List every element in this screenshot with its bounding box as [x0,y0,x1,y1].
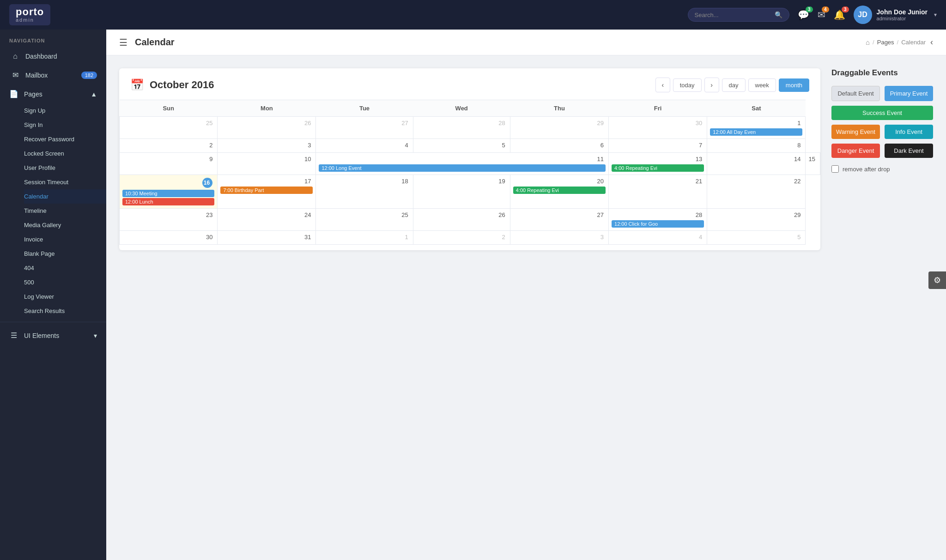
sidebar-item-search-results[interactable]: Search Results [24,304,106,318]
cal-cell[interactable]: 25 [316,209,413,231]
cal-cell[interactable]: 134:00 Repeating Evi [609,153,707,175]
hamburger-button[interactable]: ☰ [119,37,127,48]
sidebar-item-media-gallery[interactable]: Media Gallery [24,218,106,232]
search-input[interactable] [695,12,771,18]
cal-cell[interactable]: 10 [218,153,316,175]
cal-cell[interactable]: 18 [316,175,413,209]
cal-cell[interactable]: 112:00 All Day Even [707,117,806,139]
drag-event-warning[interactable]: Warning Event [831,125,880,139]
sidebar-item-dashboard[interactable]: ⌂ Dashboard [0,47,106,66]
cal-cell[interactable]: 1610:30 Meeting12:00 Lunch [120,175,218,209]
sidebar-item-blank-page[interactable]: Blank Page [24,247,106,261]
sidebar-item-log-viewer[interactable]: Log Viewer [24,289,106,304]
topnav: porto admin 🔍 💬 3 ✉ 4 🔔 3 JD John Doe Ju… [0,0,946,30]
cal-cell[interactable]: 21 [609,175,707,209]
sidebar-item-recover-password[interactable]: Recover Password [24,132,106,146]
search-box[interactable]: 🔍 [688,8,789,22]
cal-event[interactable]: 4:00 Repeating Evi [513,187,606,194]
cal-cell[interactable]: 1 [316,231,413,245]
cal-cell[interactable]: 4 [609,231,707,245]
cal-event[interactable]: 7:00 Birthday Part [220,187,313,194]
user-menu[interactable]: JD John Doe Junior administrator ▾ [854,6,937,24]
cal-cell[interactable]: 14 [707,153,806,175]
cal-cell[interactable]: 204:00 Repeating Evi [510,175,608,209]
cal-cell[interactable]: 31 [218,231,316,245]
cal-cell[interactable]: 8 [707,139,806,153]
remove-after-drop-checkbox[interactable] [831,165,839,173]
cal-event[interactable]: 10:30 Meeting [122,190,214,197]
drag-event-danger[interactable]: Danger Event [831,144,880,158]
sidebar-item-calendar[interactable]: Calendar [24,189,106,204]
sidebar-item-500[interactable]: 500 [24,275,106,289]
cal-cell[interactable]: 24 [218,209,316,231]
cal-cell[interactable]: 2 [120,139,218,153]
sidebar-item-user-profile[interactable]: User Profile [24,161,106,175]
alerts-icon-wrap[interactable]: 🔔 3 [834,9,845,20]
mail-sidebar-icon: ✉ [11,71,20,79]
cal-cell[interactable]: 1112:00 Long Event12:00 Long Event [316,153,609,175]
cal-event[interactable]: 12:00 Click for Goo [612,220,704,228]
mail-icon-wrap[interactable]: ✉ 4 [818,9,825,20]
cal-cell[interactable]: 29 [510,117,608,139]
cal-cell[interactable]: 15 [806,153,820,175]
drag-event-success[interactable]: Success Event [831,106,933,120]
cal-cell[interactable]: 29 [707,209,806,231]
breadcrumb-home-icon[interactable]: ⌂ [866,38,870,46]
search-icon: 🔍 [775,11,782,18]
cal-cell[interactable]: 22 [707,175,806,209]
sidebar-item-sign-in[interactable]: Sign In [24,118,106,132]
cal-cell[interactable]: 7 [609,139,707,153]
breadcrumb-pages-link[interactable]: Pages [877,39,894,46]
cal-cell[interactable]: 23 [120,209,218,231]
cal-event[interactable]: 4:00 Repeating Evi [612,164,704,172]
cal-event[interactable]: 12:00 All Day Even [710,128,802,136]
day-view-button[interactable]: day [722,78,746,92]
settings-fab[interactable]: ⚙ [928,271,946,289]
sidebar-item-sign-up[interactable]: Sign Up [24,103,106,118]
cal-cell[interactable]: 28 [413,117,510,139]
cal-cell[interactable]: 30 [120,231,218,245]
cal-cell[interactable]: 27 [510,209,608,231]
cal-cell[interactable]: 2812:00 Click for Goo [609,209,707,231]
prev-month-button[interactable]: ‹ [655,78,670,92]
messages-icon-wrap[interactable]: 💬 3 [798,9,809,20]
calendar-month-year: October 2016 [150,79,214,91]
cal-cell[interactable]: 27 [316,117,413,139]
collapse-sidebar-button[interactable]: ‹ [930,37,933,47]
sidebar-item-timeline[interactable]: Timeline [24,204,106,218]
cal-cell[interactable]: 30 [609,117,707,139]
cal-cell[interactable]: 4 [316,139,413,153]
today-button[interactable]: today [673,78,702,92]
cal-cell[interactable]: 5 [707,231,806,245]
drag-event-dark[interactable]: Dark Event [885,144,933,158]
sidebar-item-locked-screen[interactable]: Locked Screen [24,146,106,161]
cal-event[interactable]: 12:00 Lunch [122,198,214,205]
sidebar-section-pages[interactable]: 📄 Pages ▲ [0,84,106,103]
calendar-outer: 📅 October 2016 ‹ today › day week month [119,68,933,250]
drag-event-primary[interactable]: Primary Event [885,86,933,101]
sidebar-section-ui-elements[interactable]: ☰ UI Elements ▾ [0,326,106,345]
cal-cell[interactable]: 19 [413,175,510,209]
cal-cell[interactable]: 3 [218,139,316,153]
sidebar-item-invoice[interactable]: Invoice [24,232,106,247]
cal-cell[interactable]: 6 [510,139,608,153]
cal-cell[interactable]: 2 [413,231,510,245]
cal-cell[interactable]: 25 [120,117,218,139]
sidebar-item-404[interactable]: 404 [24,261,106,275]
cal-cell[interactable]: 9 [120,153,218,175]
cal-cell[interactable]: 177:00 Birthday Part [218,175,316,209]
week-view-button[interactable]: week [748,78,776,92]
next-month-button[interactable]: › [704,78,719,92]
drag-event-info[interactable]: Info Event [885,125,933,139]
remove-after-drop-label[interactable]: remove after drop [843,166,890,173]
cal-cell[interactable]: 5 [413,139,510,153]
cal-cell[interactable]: 3 [510,231,608,245]
cal-event-long[interactable]: 12:00 Long Event [319,164,606,172]
col-header-tue: Tue [316,100,413,117]
cal-cell[interactable]: 26 [218,117,316,139]
sidebar-item-session-timeout[interactable]: Session Timeout [24,175,106,189]
drag-event-default[interactable]: Default Event [831,86,880,101]
sidebar-item-mailbox[interactable]: ✉ Mailbox 182 [0,66,106,84]
month-view-button[interactable]: month [779,78,809,92]
cal-cell[interactable]: 26 [413,209,510,231]
